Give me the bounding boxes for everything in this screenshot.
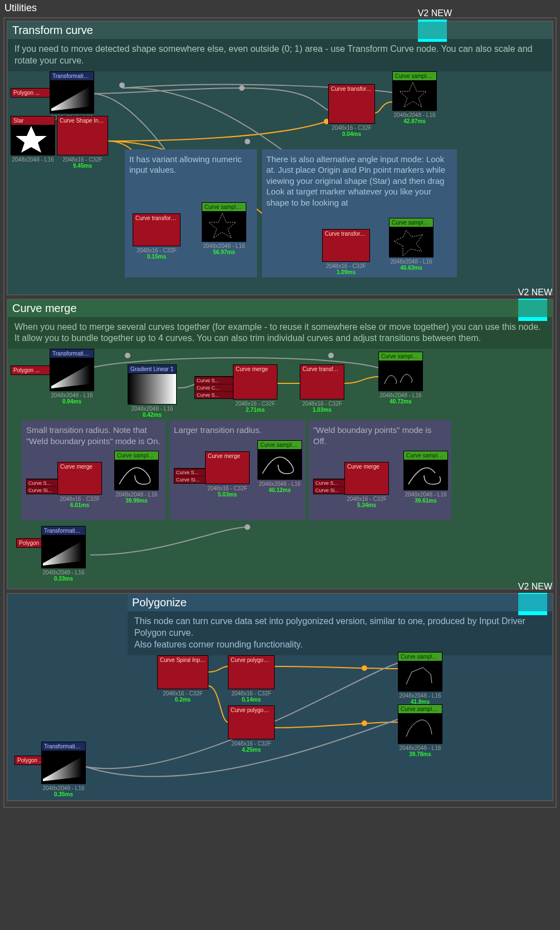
node-curve-sampler[interactable]: Curve sampler (Gr...2048x2048 - L1640.12… — [257, 440, 302, 493]
node-graph-canvas[interactable]: Curve Spiral Input ... 2048x16 - C32F 0.… — [8, 655, 552, 800]
svg-marker-13 — [43, 541, 82, 566]
node-curve-sampler[interactable]: Curve sampler (Gr...2048x2048 - L1639.61… — [403, 451, 448, 504]
node-curve-merge[interactable]: Curve merge2048x16 - C32F5.34ms — [344, 462, 389, 508]
sub-panel-lookat: There is also alternative angle input mo… — [262, 149, 457, 277]
node-curve-merge[interactable]: Curve merge2048x16 - C32F5.03ms — [205, 451, 250, 498]
node-curve-merge[interactable]: Curve merge 2048x16 - C32F 6.01ms — [57, 462, 102, 508]
section-curve-merge: V2 NEW Curve merge When you need to merg… — [7, 299, 553, 590]
node-curve-sampler[interactable]: Curve sampler (Gr... 2048x2048 - L16 39.… — [398, 704, 442, 757]
node-curve-transform[interactable]: Curve transform (... 2048x16 - C32F 0.04… — [328, 84, 375, 137]
svg-marker-16 — [43, 757, 82, 781]
node-graph-canvas[interactable]: Polygon ... Transformation 2D 2048x2048 … — [8, 71, 552, 294]
sub-panel-large-radius: Larger transition radius. Curve S...Curv… — [169, 420, 305, 520]
page-title: Utilities — [0, 0, 560, 16]
svg-point-10 — [245, 524, 250, 530]
svg-point-14 — [362, 665, 367, 671]
node-star[interactable]: Star 2048x2048 - L16 — [11, 116, 55, 163]
sub-panel-small-radius: Small transition radius. Note that "Weld… — [22, 420, 165, 520]
svg-marker-4 — [51, 86, 90, 111]
svg-marker-5 — [16, 126, 47, 153]
node-polygon[interactable]: Polygon ... — [11, 366, 55, 375]
node-curve-transform[interactable]: Curve transform (... 2048x16 - C32F 1.03… — [300, 364, 344, 413]
svg-marker-7 — [209, 213, 236, 238]
node-transformation-2d[interactable]: Transformation 2D 2048x2048 - L16 0.94ms — [50, 349, 94, 405]
section-header: Curve merge — [8, 300, 552, 317]
node-curve-sampler[interactable]: Curve sampler (Gr... 2048x2048 - L16 41.… — [398, 652, 442, 705]
svg-marker-8 — [394, 230, 423, 256]
node-curve-merge[interactable]: Curve merge 2048x16 - C32F 2.71ms — [233, 364, 277, 413]
section-title: Transform curve — [12, 24, 93, 37]
outer-container: V2 NEW Transform curve If you need to mo… — [3, 17, 557, 808]
node-curve-sampler[interactable]: Curve sampler (Gr... 2048x2048 - L16 40.… — [378, 352, 423, 405]
svg-point-9 — [125, 353, 130, 358]
node-gradient-linear[interactable]: Gradient Linear 1 2048x2048 - L16 0.42ms — [128, 364, 177, 418]
svg-marker-6 — [400, 82, 426, 107]
node-graph-canvas[interactable]: Polygon ... Transformation 2D 2048x2048 … — [8, 349, 552, 588]
svg-point-15 — [362, 720, 367, 726]
svg-marker-12 — [51, 364, 90, 388]
node-curve-transform[interactable]: Curve transform (... 2048x16 - C32F 1.09… — [322, 229, 370, 275]
node-curve-sampler[interactable]: Curve sampler (Gr... 2048x2048 - L16 39.… — [114, 451, 159, 504]
section-polygonize: V2 NEW Polygonize This node can turn cur… — [7, 593, 553, 801]
sub-panel-numeric-input: It has variant allowing numeric input va… — [125, 149, 257, 277]
section-description: This node can turn curve data set into p… — [128, 611, 552, 655]
svg-point-1 — [239, 85, 245, 91]
node-curve-sampler[interactable]: Curve sampler (Gr... 2048x2048 - L16 40.… — [389, 218, 434, 271]
section-header: Polygonize — [128, 594, 552, 611]
node-curve-sampler[interactable]: Curve sampler (Gr... 2048x2048 - L16 56.… — [202, 202, 246, 255]
svg-point-0 — [119, 82, 125, 88]
svg-point-2 — [245, 139, 250, 144]
section-description: If you need to move detected shape somew… — [8, 39, 552, 71]
node-curve-transform[interactable]: Curve transform (... 2048x16 - C32F 0.15… — [133, 213, 181, 260]
node-curve-shape-stack[interactable]: Curve S... Curve C... Curve S... — [194, 376, 239, 399]
section-header: Transform curve — [8, 22, 552, 39]
node-curve-polygonize[interactable]: Curve polygonize 2048x16 - C32F 0.14ms — [228, 655, 275, 703]
section-title: Curve merge — [12, 302, 77, 315]
node-polygon[interactable]: Polygon ... — [11, 88, 55, 98]
node-curve-shape-input[interactable]: Curve Shape Input ... 2048x16 - C32F 9.4… — [57, 116, 108, 169]
section-description: When you need to merge several curves to… — [8, 317, 552, 349]
svg-point-11 — [328, 353, 334, 358]
sub-panel-weld-off: "Weld boundary points" mode is Off. Curv… — [309, 420, 451, 520]
node-curve-sampler[interactable]: Curve sampler (Gr... 2048x2048 - L16 42.… — [392, 71, 437, 124]
section-transform-curve: V2 NEW Transform curve If you need to mo… — [7, 21, 553, 295]
section-title: Polygonize — [132, 596, 187, 609]
node-curve-polygonize[interactable]: Curve polygonize 2048x16 - C32F 4.25ms — [228, 705, 275, 753]
node-curve-spiral-input[interactable]: Curve Spiral Input ... 2048x16 - C32F 0.… — [157, 655, 208, 703]
node-transformation-2d[interactable]: Transformation 2D 2048x2048 - L16 0.33ms — [41, 526, 86, 582]
node-transformation-2d[interactable]: Transformation 2D 2048x2048 - L16 0.35ms — [41, 742, 86, 797]
